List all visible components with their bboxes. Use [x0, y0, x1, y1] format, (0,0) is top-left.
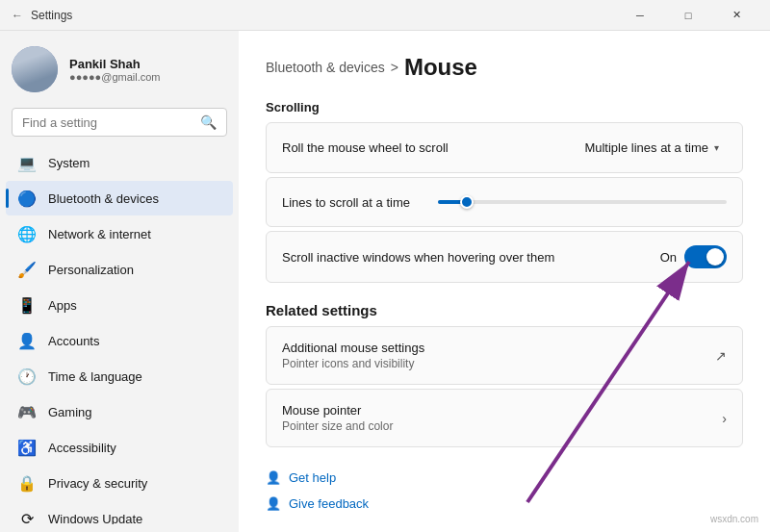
sidebar-item-label: Gaming	[48, 405, 92, 419]
system-icon: 💻	[17, 153, 37, 172]
personalization-icon: 🖌️	[17, 260, 37, 279]
mouse-pointer-sub: Pointer size and color	[282, 419, 393, 433]
breadcrumb-separator: >	[391, 60, 398, 75]
sidebar-item-label: Bluetooth & devices	[48, 191, 159, 206]
user-email: ●●●●●@gmail.com	[69, 71, 227, 83]
additional-mouse-sub: Pointer icons and visibility	[282, 357, 424, 370]
user-profile[interactable]: Pankil Shah ●●●●●@gmail.com	[0, 31, 239, 104]
bluetooth-icon: 🔵	[17, 189, 37, 208]
sidebar-item-label: Personalization	[48, 263, 134, 277]
titlebar: ← Settings ─ □ ✕	[0, 0, 770, 31]
sidebar-item-system[interactable]: 💻 System	[6, 145, 233, 180]
roll-mouse-wheel-label: Roll the mouse wheel to scroll	[282, 140, 449, 155]
user-name: Pankil Shah	[69, 57, 227, 71]
sidebar-item-time[interactable]: 🕐 Time & language	[6, 359, 233, 393]
app-body: Pankil Shah ●●●●●@gmail.com 🔍 💻 System 🔵…	[0, 31, 770, 532]
sidebar-item-gaming[interactable]: 🎮 Gaming	[6, 394, 233, 429]
get-help-icon: 👤	[266, 470, 281, 485]
content-wrapper: Bluetooth & devices > Mouse Scrolling Ro…	[239, 31, 770, 532]
sidebar-item-label: Apps	[48, 298, 77, 313]
breadcrumb-parent[interactable]: Bluetooth & devices	[266, 60, 385, 75]
maximize-button[interactable]: □	[666, 0, 710, 31]
scroll-mode-value: Multiple lines at a time	[584, 140, 708, 155]
search-input[interactable]	[22, 115, 192, 130]
sidebar-item-label: Privacy & security	[48, 476, 147, 491]
chevron-right-icon: ›	[722, 411, 727, 426]
give-feedback-icon: 👤	[266, 496, 281, 511]
additional-mouse-label: Additional mouse settings	[282, 341, 424, 355]
sidebar: Pankil Shah ●●●●●@gmail.com 🔍 💻 System 🔵…	[0, 31, 239, 532]
breadcrumb-current: Mouse	[404, 54, 477, 81]
additional-mouse-info: Additional mouse settings Pointer icons …	[282, 341, 424, 370]
sidebar-item-privacy[interactable]: 🔒 Privacy & security	[6, 466, 233, 500]
get-help-label: Get help	[289, 470, 336, 485]
external-link-icon: ↗	[715, 348, 727, 364]
sidebar-item-label: Accounts	[48, 334, 99, 348]
time-icon: 🕐	[17, 367, 37, 386]
nav-list: 💻 System 🔵 Bluetooth & devices 🌐 Network…	[0, 144, 239, 524]
scroll-inactive-row: Scroll inactive windows when hovering ov…	[266, 231, 743, 283]
search-box[interactable]: 🔍	[12, 108, 227, 137]
scroll-lines-slider[interactable]	[438, 200, 727, 204]
active-indicator	[6, 189, 9, 208]
scrolling-section-title: Scrolling	[266, 100, 743, 114]
watermark: wsxdn.com	[710, 514, 758, 524]
scroll-inactive-toggle[interactable]: On	[660, 245, 727, 268]
give-feedback-label: Give feedback	[289, 496, 369, 511]
sidebar-item-label: Network & internet	[48, 227, 151, 241]
titlebar-title: Settings	[31, 9, 618, 22]
mouse-pointer-info: Mouse pointer Pointer size and color	[282, 403, 393, 433]
toggle-switch[interactable]	[684, 245, 727, 268]
search-icon: 🔍	[200, 114, 217, 130]
privacy-icon: 🔒	[17, 473, 37, 493]
network-icon: 🌐	[17, 224, 37, 243]
sidebar-item-windows-update[interactable]: ⟳ Windows Update	[6, 501, 233, 524]
lines-to-scroll-control	[438, 200, 727, 204]
window-controls: ─ □ ✕	[618, 0, 758, 31]
sidebar-item-label: Accessibility	[48, 441, 116, 455]
sidebar-item-network[interactable]: 🌐 Network & internet	[6, 216, 233, 251]
sidebar-item-label: Time & language	[48, 369, 142, 384]
mouse-pointer-row[interactable]: Mouse pointer Pointer size and color ›	[266, 389, 743, 447]
give-feedback-link[interactable]: 👤 Give feedback	[266, 493, 743, 515]
back-button[interactable]: ←	[12, 9, 23, 22]
footer-links: 👤 Get help 👤 Give feedback	[266, 467, 743, 515]
sidebar-item-label: System	[48, 156, 90, 170]
slider-track	[438, 200, 727, 204]
accounts-icon: 👤	[17, 331, 37, 350]
get-help-link[interactable]: 👤 Get help	[266, 467, 743, 489]
lines-to-scroll-row: Lines to scroll at a time	[266, 177, 743, 227]
slider-thumb[interactable]	[460, 195, 474, 209]
apps-icon: 📱	[17, 295, 37, 315]
sidebar-item-label: Windows Update	[48, 512, 142, 525]
lines-to-scroll-label: Lines to scroll at a time	[282, 195, 410, 210]
additional-mouse-row[interactable]: Additional mouse settings Pointer icons …	[266, 326, 743, 385]
sidebar-item-accessibility[interactable]: ♿ Accessibility	[6, 430, 233, 465]
update-icon: ⟳	[17, 509, 37, 524]
roll-mouse-wheel-row: Roll the mouse wheel to scroll Multiple …	[266, 122, 743, 173]
dropdown-arrow-icon: ▾	[714, 142, 719, 153]
accessibility-icon: ♿	[17, 438, 37, 457]
toggle-on-label: On	[660, 250, 677, 265]
avatar	[12, 46, 58, 92]
close-button[interactable]: ✕	[714, 0, 758, 31]
gaming-icon: 🎮	[17, 402, 37, 421]
minimize-button[interactable]: ─	[618, 0, 662, 31]
mouse-pointer-label: Mouse pointer	[282, 403, 393, 418]
sidebar-item-personalization[interactable]: 🖌️ Personalization	[6, 252, 233, 287]
scroll-mode-dropdown[interactable]: Multiple lines at a time ▾	[577, 137, 727, 159]
avatar-image	[12, 46, 58, 92]
user-info: Pankil Shah ●●●●●@gmail.com	[69, 57, 227, 83]
scroll-inactive-control: On	[660, 245, 727, 268]
scroll-inactive-label: Scroll inactive windows when hovering ov…	[282, 250, 554, 265]
sidebar-item-accounts[interactable]: 👤 Accounts	[6, 323, 233, 358]
breadcrumb: Bluetooth & devices > Mouse	[266, 54, 743, 81]
related-settings-title: Related settings	[266, 302, 743, 318]
sidebar-item-apps[interactable]: 📱 Apps	[6, 288, 233, 322]
main-content: Bluetooth & devices > Mouse Scrolling Ro…	[239, 31, 770, 532]
roll-mouse-wheel-control[interactable]: Multiple lines at a time ▾	[577, 137, 727, 159]
sidebar-item-bluetooth[interactable]: 🔵 Bluetooth & devices	[6, 181, 233, 215]
